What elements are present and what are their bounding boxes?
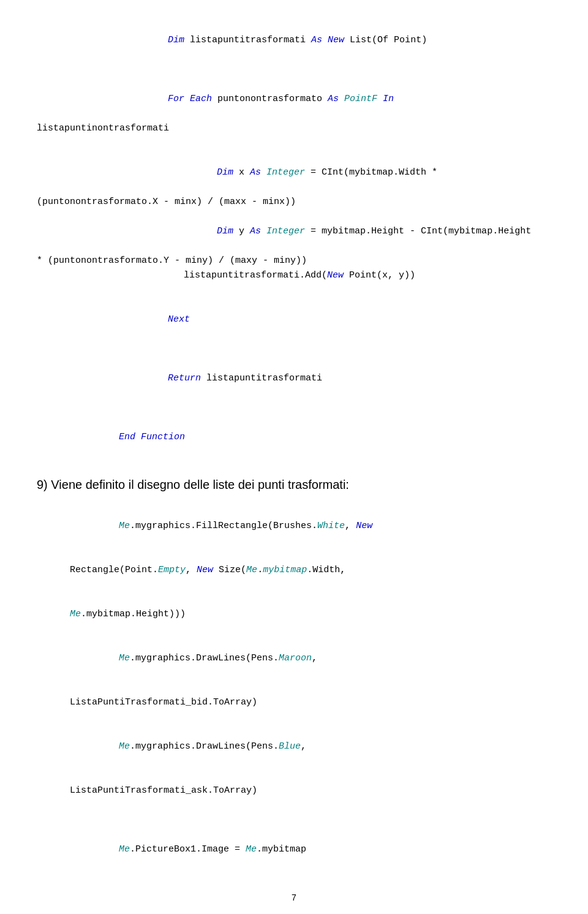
code-line-10: listapuntitrasformati.Add(New Point(x, y… bbox=[184, 268, 551, 283]
kw-new4: New bbox=[197, 565, 219, 575]
code-text: .PictureBox1.Image = bbox=[130, 844, 246, 855]
code-line-6: Dim x As Integer = CInt(mybitmap.Width * bbox=[184, 151, 551, 195]
code-text: , bbox=[301, 741, 306, 752]
code-text: .mygraphics.FillRectangle(Brushes. bbox=[130, 521, 317, 531]
code-bottom-line-7: ListaPuntiTrasformati_ask.ToArray) bbox=[37, 769, 551, 813]
code-bottom-line-5: ListaPuntiTrasformati_bid.ToArray) bbox=[37, 681, 551, 725]
code-line-blank5 bbox=[37, 401, 551, 415]
code-text: .mybitmap bbox=[257, 844, 306, 855]
code-text: .mybitmap.Height))) bbox=[81, 609, 186, 619]
code-text: x bbox=[239, 167, 250, 178]
code-text: ListaPuntiTrasformati_ask.ToArray) bbox=[70, 785, 257, 796]
kw-dim2: Dim bbox=[217, 167, 239, 178]
kw-blue: Blue bbox=[279, 741, 301, 752]
kw-dim3: Dim bbox=[217, 226, 239, 236]
kw-new3: New bbox=[356, 521, 372, 531]
code-text: = mybitmap.Height - CInt(mybitmap.Height bbox=[311, 226, 531, 236]
code-text: puntonontrasformato bbox=[217, 94, 328, 104]
code-text: listapuntitrasformati.Add( bbox=[184, 270, 327, 281]
code-bottom-blank bbox=[37, 813, 551, 828]
code-text: .mygraphics.DrawLines(Pens. bbox=[130, 741, 279, 752]
code-text: . bbox=[257, 565, 263, 575]
kw-as: As bbox=[311, 35, 328, 45]
code-line-9: * (puntonontrasformato.Y - miny) / (maxy… bbox=[37, 254, 551, 268]
code-text: Rectangle(Point. bbox=[70, 565, 158, 575]
page-number: 7 bbox=[292, 893, 296, 902]
kw-me5: Me bbox=[119, 741, 130, 752]
code-text: = CInt(mybitmap.Width * bbox=[311, 167, 437, 178]
code-line-return: Return listapuntitrasformati bbox=[135, 357, 551, 401]
kw-as3: As bbox=[250, 167, 266, 178]
kw-integer: Integer bbox=[266, 167, 311, 178]
kw-me1: Me bbox=[119, 521, 130, 531]
page-container: Dim listapuntitrasformati As New List(Of… bbox=[0, 0, 588, 914]
code-line-blank bbox=[37, 62, 551, 77]
code-line-blank4 bbox=[37, 342, 551, 357]
code-bottom-line-2: Rectangle(Point.Empty, New Size(Me.mybit… bbox=[37, 548, 551, 592]
code-text: listapuntinontrasformati bbox=[37, 123, 169, 134]
code-text: Point(x, y)) bbox=[349, 270, 415, 281]
kw-end: End bbox=[119, 432, 141, 442]
kw-as2: As bbox=[328, 94, 344, 104]
kw-pointf: PointF bbox=[344, 94, 383, 104]
kw-dim: Dim bbox=[168, 35, 190, 45]
code-bottom-line-1: Me.mygraphics.FillRectangle(Brushes.Whit… bbox=[86, 504, 551, 548]
code-text: listapuntitrasformati bbox=[190, 35, 311, 45]
code-bottom-line-3: Me.mybitmap.Height))) bbox=[37, 592, 551, 636]
kw-me3: Me bbox=[70, 609, 81, 619]
code-block-top: Dim listapuntitrasformati As New List(Of… bbox=[37, 18, 551, 459]
code-text: Size( bbox=[219, 565, 246, 575]
code-line-next: Next bbox=[135, 298, 551, 342]
code-line-end-function: End Function bbox=[86, 415, 551, 459]
code-text: ListaPuntiTrasformati_bid.ToArray) bbox=[70, 697, 257, 708]
code-text: .Width, bbox=[307, 565, 345, 575]
kw-foreach: For Each bbox=[168, 94, 217, 104]
code-line-1: Dim listapuntitrasformati As New List(Of… bbox=[135, 18, 551, 62]
code-text: listapuntitrasformati bbox=[206, 373, 322, 383]
kw-maroon: Maroon bbox=[279, 653, 312, 663]
code-block-bottom: Me.mygraphics.FillRectangle(Brushes.Whit… bbox=[37, 504, 551, 872]
kw-me4: Me bbox=[119, 653, 130, 663]
code-bottom-line-9: Me.PictureBox1.Image = Me.mybitmap bbox=[86, 828, 551, 872]
code-text: , bbox=[345, 521, 356, 531]
kw-function: Function bbox=[141, 432, 185, 442]
code-bottom-line-6: Me.mygraphics.DrawLines(Pens.Blue, bbox=[86, 725, 551, 769]
code-text: List(Of Point) bbox=[350, 35, 427, 45]
kw-next: Next bbox=[168, 314, 190, 325]
code-text: * (puntonontrasformato.Y - miny) / (maxy… bbox=[37, 255, 307, 266]
code-line-4: listapuntinontrasformati bbox=[37, 121, 551, 136]
code-text: (puntonontrasformato.X - minx) / (maxx -… bbox=[37, 197, 296, 207]
kw-me2: Me bbox=[246, 565, 257, 575]
code-text: y bbox=[239, 226, 250, 236]
kw-me7: Me bbox=[246, 844, 257, 855]
kw-in: In bbox=[383, 94, 394, 104]
kw-new: New bbox=[328, 35, 350, 45]
code-bottom-line-4: Me.mygraphics.DrawLines(Pens.Maroon, bbox=[86, 636, 551, 681]
kw-new2: New bbox=[327, 270, 349, 281]
section-9-heading: 9) Viene definito il disegno delle liste… bbox=[37, 478, 551, 492]
kw-empty: Empty bbox=[158, 565, 186, 575]
code-text: , bbox=[186, 565, 197, 575]
code-line-3: For Each puntonontrasformato As PointF I… bbox=[135, 77, 551, 121]
code-line-blank2 bbox=[37, 136, 551, 151]
code-text: , bbox=[312, 653, 317, 663]
kw-return: Return bbox=[168, 373, 206, 383]
code-text: .mygraphics.DrawLines(Pens. bbox=[130, 653, 279, 663]
code-line-7: (puntonontrasformato.X - minx) / (maxx -… bbox=[37, 195, 551, 210]
kw-as4: As bbox=[250, 226, 266, 236]
code-line-blank3 bbox=[37, 283, 551, 298]
kw-mybitmap1: mybitmap bbox=[263, 565, 307, 575]
kw-me6: Me bbox=[119, 844, 130, 855]
code-line-8: Dim y As Integer = mybitmap.Height - CIn… bbox=[184, 210, 551, 254]
kw-white: White bbox=[317, 521, 345, 531]
kw-integer2: Integer bbox=[266, 226, 311, 236]
